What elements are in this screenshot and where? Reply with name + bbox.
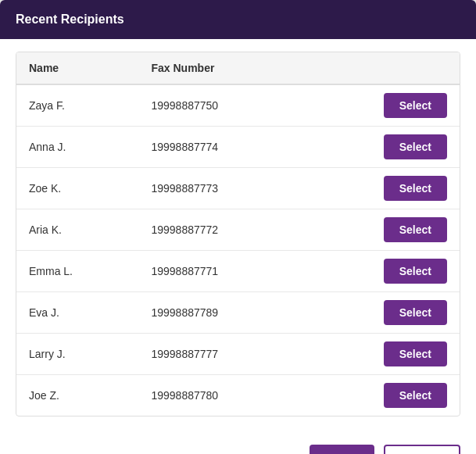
recipient-name: Anna J. [16,127,138,168]
column-header-action [302,52,460,84]
select-button[interactable]: Select [384,134,447,159]
recipient-fax: 19998887774 [138,127,302,168]
recent-recipients-modal: Recent Recipients Name Fax Number Zaya F… [0,0,476,454]
recipient-name: Aria K. [16,209,138,251]
recipient-action: Select [302,251,460,292]
table-header-row: Name Fax Number [16,52,460,84]
recipient-fax: 19998887750 [138,84,302,127]
table-row: Joe Z.19998887780Select [16,375,460,416]
modal-body: Name Fax Number Zaya F.19998887750Select… [0,52,476,432]
recipient-action: Select [302,209,460,251]
recipient-name: Zoe K. [16,168,138,209]
select-button[interactable]: Select [384,176,447,201]
recipient-action: Select [302,375,460,416]
recipient-name: Zaya F. [16,84,138,127]
recipient-action: Select [302,334,460,375]
recipient-name: Emma L. [16,251,138,292]
recipient-name: Larry J. [16,334,138,375]
recipient-action: Select [302,292,460,334]
select-button[interactable]: Select [384,217,447,242]
recipients-table: Name Fax Number Zaya F.19998887750Select… [16,52,460,416]
modal-title: Recent Recipients [16,13,124,26]
recipient-fax: 19998887789 [138,292,302,334]
recipient-name: Eva J. [16,292,138,334]
column-header-fax: Fax Number [138,52,302,84]
recipient-fax: 19998887780 [138,375,302,416]
table-row: Larry J.19998887777Select [16,334,460,375]
cancel-button[interactable]: Cancel [384,445,460,454]
recipient-name: Joe Z. [16,375,138,416]
recipient-fax: 19998887777 [138,334,302,375]
recipient-fax: 19998887771 [138,251,302,292]
clear-button[interactable]: Clear [310,445,374,454]
select-button[interactable]: Select [384,383,447,408]
modal-header: Recent Recipients [0,0,476,39]
select-button[interactable]: Select [384,341,447,366]
modal-footer: Clear Cancel [0,432,476,454]
table-row: Emma L.19998887771Select [16,251,460,292]
select-button[interactable]: Select [384,93,447,118]
table-row: Aria K.19998887772Select [16,209,460,251]
table-body: Zaya F.19998887750SelectAnna J.199988877… [16,84,460,416]
recipient-fax: 19998887772 [138,209,302,251]
recipient-action: Select [302,168,460,209]
select-button[interactable]: Select [384,259,447,284]
table-row: Anna J.19998887774Select [16,127,460,168]
table-row: Zoe K.19998887773Select [16,168,460,209]
recipient-action: Select [302,127,460,168]
select-button[interactable]: Select [384,300,447,325]
table-row: Zaya F.19998887750Select [16,84,460,127]
recipient-fax: 19998887773 [138,168,302,209]
recipients-table-container: Name Fax Number Zaya F.19998887750Select… [16,52,460,416]
table-row: Eva J.19998887789Select [16,292,460,334]
recipient-action: Select [302,84,460,127]
column-header-name: Name [16,52,138,84]
